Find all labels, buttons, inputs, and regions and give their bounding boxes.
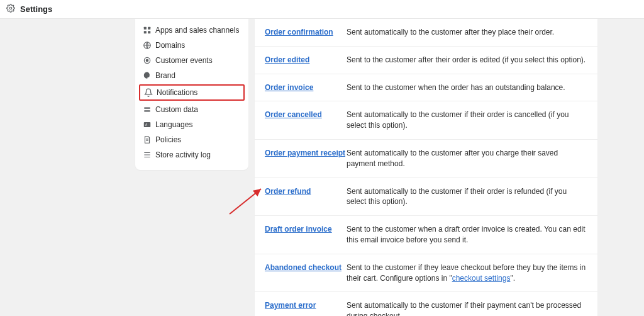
notification-row: Order edited Sent to the customer after … (255, 47, 597, 74)
notification-desc: Sent to the customer if they leave check… (347, 262, 587, 284)
notification-link-order-cancelled[interactable]: Order cancelled (265, 110, 322, 119)
sidebar-item-label: Domains (155, 41, 185, 50)
notification-desc: Sent automatically to the customer after… (347, 27, 587, 38)
notification-row: Payment error Sent automatically to the … (255, 292, 597, 316)
settings-sidebar: Apps and sales channels Domains Customer… (135, 19, 248, 170)
notification-link-order-refund[interactable]: Order refund (265, 187, 311, 196)
notification-row: Order cancelled Sent automatically to th… (255, 101, 597, 140)
page-title: Settings (20, 4, 52, 14)
gear-icon (6, 4, 15, 14)
sidebar-item-label: Notifications (157, 88, 197, 97)
notification-row: Order invoice Sent to the customer when … (255, 74, 597, 102)
notification-desc: Sent to the customer when the order has … (347, 82, 587, 93)
language-icon: A (143, 120, 155, 129)
notification-link-order-edited[interactable]: Order edited (265, 55, 309, 64)
svg-rect-2 (148, 27, 150, 30)
notification-link-order-confirmation[interactable]: Order confirmation (265, 28, 333, 37)
sidebar-item-brand[interactable]: Brand (135, 68, 248, 83)
notifications-list: Order confirmation Sent automatically to… (255, 19, 597, 316)
notification-row: Order payment receipt Sent automatically… (255, 140, 597, 178)
notification-link-order-invoice[interactable]: Order invoice (265, 83, 313, 92)
checkout-settings-link[interactable]: checkout settings (452, 274, 511, 283)
sidebar-item-label: Policies (155, 135, 181, 144)
notification-desc: Sent to the customer after their order i… (347, 55, 587, 65)
notification-desc: Sent automatically to the customer after… (347, 148, 587, 169)
notification-link-payment-error[interactable]: Payment error (265, 301, 316, 310)
globe-icon (143, 41, 155, 50)
notification-row: Draft order invoice Sent to the customer… (255, 216, 597, 254)
sidebar-item-domains[interactable]: Domains (135, 38, 248, 53)
notification-desc: Sent to the customer when a draft order … (347, 224, 587, 245)
sidebar-item-customer-events[interactable]: Customer events (135, 53, 248, 68)
notification-desc: Sent automatically to the customer if th… (347, 110, 587, 131)
svg-rect-3 (144, 31, 147, 33)
list-icon (143, 150, 155, 159)
notification-row: Order refund Sent automatically to the c… (255, 178, 597, 217)
notification-desc: Sent automatically to the customer if th… (347, 186, 587, 208)
bell-icon (144, 88, 157, 97)
notification-row: Abandoned checkout Sent to the customer … (255, 254, 597, 293)
sidebar-item-apps[interactable]: Apps and sales channels (135, 23, 248, 38)
notification-desc: Sent automatically to the customer if th… (347, 300, 587, 316)
paint-icon (143, 71, 155, 80)
sidebar-item-label: Brand (155, 71, 175, 80)
svg-rect-4 (148, 31, 150, 33)
svg-point-0 (9, 7, 12, 9)
database-icon (143, 105, 155, 114)
document-icon (143, 135, 155, 144)
notification-link-draft-invoice[interactable]: Draft order invoice (265, 225, 332, 234)
sidebar-item-activity[interactable]: Store activity log (135, 147, 248, 162)
sidebar-item-languages[interactable]: A Languages (135, 117, 248, 132)
sidebar-item-label: Customer events (155, 56, 213, 65)
sidebar-item-label: Store activity log (155, 150, 211, 159)
desc-text: ". (510, 274, 515, 283)
notification-row: Order confirmation Sent automatically to… (255, 19, 597, 47)
notification-link-payment-receipt[interactable]: Order payment receipt (265, 149, 345, 157)
sidebar-item-custom-data[interactable]: Custom data (135, 102, 248, 117)
sidebar-item-label: Custom data (155, 105, 198, 114)
sidebar-item-policies[interactable]: Policies (135, 132, 248, 147)
sidebar-item-label: Apps and sales channels (155, 26, 239, 35)
grid-icon (143, 26, 155, 35)
svg-rect-1 (144, 27, 147, 30)
target-icon (143, 56, 155, 65)
sidebar-item-notifications[interactable]: Notifications (139, 84, 245, 101)
svg-point-7 (146, 59, 148, 62)
topbar: Settings (0, 0, 644, 19)
sidebar-item-label: Languages (155, 120, 192, 129)
notification-link-abandoned-checkout[interactable]: Abandoned checkout (265, 263, 341, 272)
